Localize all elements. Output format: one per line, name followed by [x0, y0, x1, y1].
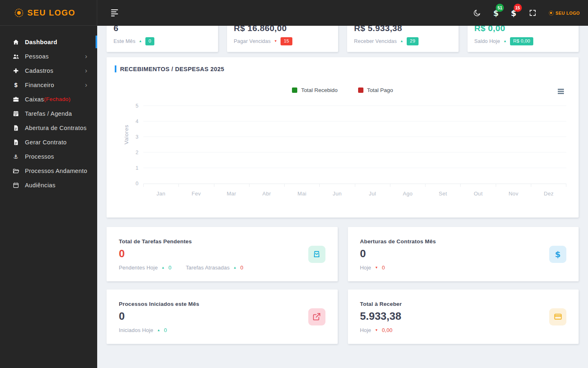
x-tick-label: Ago [390, 191, 425, 197]
x-tick-label: Set [425, 191, 461, 197]
x-tick-mark [249, 184, 285, 187]
app-logo: SEU LOGO [0, 0, 97, 26]
caret-down-icon: ▼ [375, 329, 378, 332]
caixas-status-closed: (Fechado) [44, 96, 71, 102]
y-tick-label: 2 [136, 150, 138, 155]
stat-badge: R$ 0,00 [510, 37, 534, 45]
caret-down-icon: ▼ [274, 40, 277, 43]
y-tick-label: 1 [136, 165, 138, 171]
widget-tarefas-pendentes: Total de Tarefas Pendentes 0 Pendentes H… [107, 227, 338, 281]
moon-icon [473, 9, 481, 17]
widget-aberturas-contratos: Aberturas de Contratos Mês 0 Hoje ▼ 0 $ [348, 227, 579, 281]
chart-menu-button[interactable] [557, 88, 565, 95]
sidebar: Dashboard Pessoas › Cadastros › $ Financ… [0, 26, 97, 368]
x-tick-mark [320, 184, 355, 187]
sidebar-item-dashboard[interactable]: Dashboard [0, 35, 97, 49]
x-tick-label: Mai [284, 191, 319, 197]
expand-icon [529, 9, 537, 17]
legend-label: Total Pago [367, 87, 393, 93]
x-tick-label: Jun [320, 191, 355, 197]
dollar-icon: $ [12, 81, 20, 89]
widget-value: 0 [360, 247, 567, 260]
home-icon [12, 38, 20, 46]
mini-logo: SEU LOGO [549, 11, 580, 16]
caret-up-icon: ▲ [233, 266, 236, 269]
file-icon [12, 139, 20, 146]
widget-value: 5.933,38 [360, 310, 567, 323]
caret-up-icon: ▲ [400, 40, 403, 43]
x-tick-mark [461, 184, 496, 187]
sidebar-item-pessoas[interactable]: Pessoas › [0, 49, 97, 63]
fullscreen-button[interactable] [529, 9, 537, 17]
sidebar-toggle-button[interactable] [111, 9, 118, 16]
chart-title: RECEBIMENTOS / DESPESAS 2025 [120, 66, 224, 72]
sidebar-item-gerar-contrato[interactable]: Gerar Contrato [0, 135, 97, 149]
x-tick-mark [390, 184, 425, 187]
x-tick-mark [531, 184, 566, 187]
caret-up-icon: ▲ [157, 329, 160, 332]
x-tick-label: Fev [178, 191, 214, 197]
legend-item-total-pago[interactable]: Total Pago [358, 87, 393, 93]
sidebar-item-processos-andamento[interactable]: Processos Andamento [0, 164, 97, 178]
topbar: SEU LOGO $ 51 $ 15 SEU LOGO [0, 0, 588, 26]
sidebar-item-financeiro[interactable]: $ Financeiro › [0, 78, 97, 92]
chevron-right-icon: › [85, 81, 87, 88]
chart-area: Total RecebidoTotal Pago Valores 012345 … [107, 76, 579, 215]
caret-up-icon: ▲ [161, 266, 165, 269]
x-tick-label: Jan [143, 191, 178, 197]
chevron-right-icon: › [85, 53, 87, 60]
legend-swatch [292, 88, 297, 93]
x-tick-label: Out [461, 191, 496, 197]
receivables-notification-button[interactable]: $ 51 [493, 9, 499, 18]
gridline [143, 137, 566, 137]
x-tick-mark [214, 184, 249, 187]
legend-label: Total Recebido [301, 87, 337, 93]
briefcase-icon [12, 96, 20, 103]
x-tick-label: Abr [249, 191, 284, 197]
widget-processos-iniciados: Processos Iniciados este Mês 0 Iniciados… [107, 289, 338, 344]
stat-badge: 15 [281, 37, 292, 45]
x-tick-mark [496, 184, 531, 187]
caret-up-icon: ▲ [503, 40, 507, 43]
widget-value: 0 [119, 247, 325, 260]
sidebar-item-processos[interactable]: ⚓ Processos [0, 149, 97, 164]
green-count-badge: 51 [496, 4, 504, 12]
x-axis-ticks [143, 184, 566, 187]
shopping-bag-icon [308, 246, 325, 263]
red-count-badge: 15 [514, 4, 522, 12]
y-tick-label: 5 [136, 103, 138, 109]
title-accent-bar [115, 65, 116, 72]
x-tick-mark [285, 184, 320, 187]
chart-plot: 012345 [143, 106, 566, 184]
y-tick-label: 4 [136, 119, 138, 124]
widget-total-a-receber: Total à Receber 5.933,38 Hoje ▼ 0,00 [348, 289, 579, 344]
x-tick-mark [355, 184, 390, 187]
legend-item-total-recebido[interactable]: Total Recebido [292, 87, 337, 93]
sidebar-item-tarefas-agenda[interactable]: Tarefas / Agenda [0, 106, 97, 121]
x-tick-mark [143, 184, 179, 187]
y-tick-label: 3 [136, 134, 138, 140]
gridline [143, 121, 566, 121]
sidebar-item-abertura-de-contratos[interactable]: Abertura de Contratos [0, 121, 97, 135]
calendar-icon [12, 182, 20, 189]
sidebar-item-audiencias[interactable]: Audiências [0, 178, 97, 192]
credit-card-icon [549, 308, 566, 325]
dollar-icon: $ [549, 246, 566, 263]
chevron-right-icon: › [85, 67, 87, 74]
sidebar-item-cadastros[interactable]: Cadastros › [0, 63, 97, 78]
logo-text: SEU LOGO [27, 8, 76, 18]
legend-swatch [358, 88, 363, 93]
payables-notification-button[interactable]: $ 15 [511, 9, 516, 18]
main-content: Clientes Cadastrados 6 Este Mês ▲ 0 Desp… [97, 0, 588, 344]
x-tick-label: Mar [214, 191, 249, 197]
plus-icon [12, 67, 20, 74]
file-icon [12, 124, 20, 132]
chart-legend: Total RecebidoTotal Pago [107, 87, 579, 93]
y-tick-label: 0 [136, 181, 138, 186]
stat-badge: 0 [145, 37, 155, 45]
widget-value: 0 [119, 310, 325, 323]
widgets-row-1: Total de Tarefas Pendentes 0 Pendentes H… [107, 227, 579, 281]
sidebar-item-caixas[interactable]: Caixas(Fechado) [0, 92, 97, 106]
x-tick-label: Nov [496, 191, 531, 197]
dark-mode-toggle[interactable] [473, 9, 481, 17]
